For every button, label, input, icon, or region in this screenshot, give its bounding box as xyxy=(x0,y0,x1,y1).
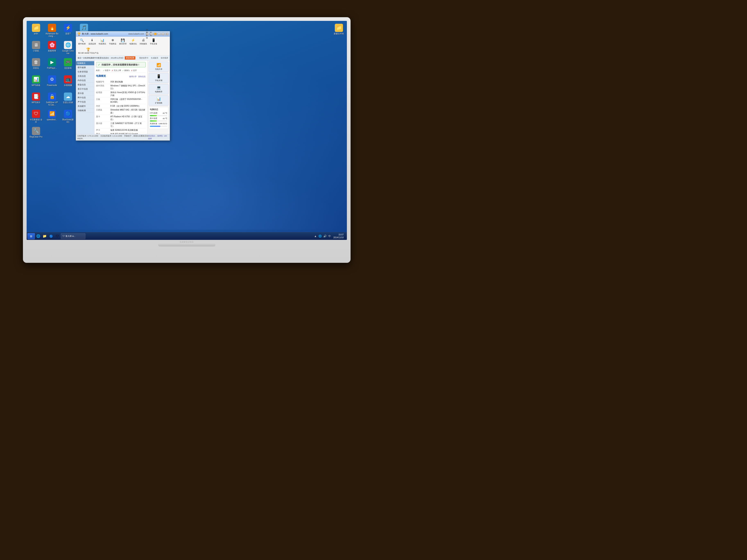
sidebar-item-display-info[interactable]: 显示器 xyxy=(76,91,94,96)
window-close[interactable]: ✕ xyxy=(165,32,169,35)
feedback-info[interactable]: 错误指出，描绑告: 180描绑 xyxy=(148,135,169,140)
mobile-toolbar-icon: 📱 xyxy=(151,38,156,43)
taskbar-task-lumaster[interactable]: 🛡 鲁大师 w... xyxy=(61,233,85,239)
desktop-icon-anlin[interactable]: 📁 anlin xyxy=(29,23,44,39)
window-title: 鲁大师 - www.ludashi.com xyxy=(82,32,128,35)
desktop-icon-regclean[interactable]: 🔧 RegClean Pro xyxy=(29,126,44,142)
taskbar-chrome-quick[interactable]: 🔵 xyxy=(48,233,54,239)
update-btn[interactable]: 更新检测 xyxy=(125,56,135,59)
window-forum[interactable]: 论坛 xyxy=(150,32,153,35)
app-window-lumaster: 🏆 鲁大师 - www.ludashi.com www.ludashi.com … xyxy=(76,31,170,141)
info-label: 处理器 xyxy=(96,91,110,97)
toolbar-btn-optim[interactable]: ⚡ 电脑优化 xyxy=(128,37,138,46)
monitor: 📁 anlin 🔥 Ashampoo Burning ... ⚡ 迅雷7 🎵 酷… xyxy=(23,17,351,263)
info-row-主硬盘: 主硬盘 Shinedisk M667 64G（60 GB / 固态硬盘） xyxy=(96,108,146,115)
sidebar-item-task-manager[interactable]: 任务管理器 xyxy=(76,70,94,74)
copy-link[interactable]: 复制信息 xyxy=(138,75,146,78)
sidebar-item-storage[interactable]: 硬盘信息 xyxy=(76,83,94,87)
desktop-icon-powersuite[interactable]: ⚙ Powersuite xyxy=(45,75,59,91)
qqgame-label: QQ游戏 xyxy=(64,67,72,70)
toolbar-btn-perf[interactable]: 📊 性能测试 xyxy=(98,37,107,46)
toolbar-btn-driver[interactable]: 💾 驱动管理 xyxy=(118,37,128,46)
right-panel-wifi[interactable]: 📶 无线共享 xyxy=(149,62,169,72)
desktop-icon-new-folder[interactable]: 📁 新建文件夹 xyxy=(333,23,345,36)
cool-temp-row: 显卡温度 40 ℃ xyxy=(150,117,167,120)
taskbar-lumaster-quick[interactable]: 🛡 xyxy=(54,233,60,239)
sidebar-item-hardware-health[interactable]: 硬件健康 xyxy=(76,65,94,70)
desktop-icon-xunlei[interactable]: ⚡ 迅雷7 xyxy=(60,23,75,39)
sidebar-item-sound[interactable]: 声卡信息 xyxy=(76,100,94,104)
pc-recommend-rp-label: 电脑推荐 xyxy=(155,90,162,93)
info-label: 主板 xyxy=(96,98,110,104)
desktop-icon-softether[interactable]: 🔒 SoftEther VPN Clie... xyxy=(45,92,59,108)
my-card[interactable]: 我的保养卡 xyxy=(139,57,149,59)
last-scan-text: 最后一次检测电脑硬件补配置信息是在：2014年11月9日 xyxy=(78,57,124,59)
desktop-icon-wps[interactable]: 📊 WPS表格 xyxy=(29,75,44,91)
taskbar-input[interactable]: 中 xyxy=(328,234,331,238)
window-help[interactable]: 问题反馈 xyxy=(146,32,149,35)
jisuanji-label: 计算机 xyxy=(33,50,39,52)
right-panel-expand[interactable]: 📊 扩展指数 xyxy=(149,96,169,106)
share-link[interactable]: 微博分享 xyxy=(129,75,136,78)
sidebar-item-network[interactable]: 网卡信息 xyxy=(76,96,94,100)
window-right-panel: 📶 无线共享 📱 手机评测 💻 电脑推荐 📊 扩展指数 电脑状态 CPU温度 4… xyxy=(147,60,170,134)
wps-label: WPS表格 xyxy=(32,84,41,86)
cool-temp-label: 显卡温度 xyxy=(150,117,157,120)
taskbar-arrow[interactable]: ▲ xyxy=(314,234,317,238)
filter-bluetooth: ✗ 蓝牙 xyxy=(131,69,137,72)
window-maximize[interactable]: □ xyxy=(161,32,165,35)
new-folder-icon: 📁 xyxy=(335,24,343,32)
toolbar-btn-hardware[interactable]: 🔍 硬件检测 xyxy=(77,37,86,46)
toolbar-btn-power[interactable]: ❄ 节能降温 xyxy=(108,37,117,46)
start-button[interactable]: ⊞ xyxy=(27,233,35,239)
window-minimize[interactable]: ─ xyxy=(157,32,161,35)
optim-toolbar-icon: ⚡ xyxy=(130,38,136,43)
desktop-icon-recycle[interactable]: 🗑 回收站 xyxy=(29,57,44,74)
task-icon: 🛡 xyxy=(63,235,65,237)
desktop-icon-qqgame[interactable]: 🎮 QQ游戏 xyxy=(60,57,75,74)
desktop-icon-jisuanji[interactable]: 🖥 计算机 xyxy=(29,40,44,56)
driver-toolbar-icon: 💾 xyxy=(120,38,126,43)
window-wifi-icon[interactable]: 📶 xyxy=(154,32,157,35)
desktop-icon-meitu[interactable]: 🌸 美图秀秀 xyxy=(45,40,59,56)
sidebar-item-system-info[interactable]: 主机信息 xyxy=(76,74,94,78)
right-panel-pc-recommend[interactable]: 💻 电脑推荐 xyxy=(149,84,169,95)
xunlei-label: 迅雷7 xyxy=(65,32,71,35)
wifi-rp-label: 无线共享 xyxy=(155,68,162,71)
right-panel-phone-eval[interactable]: 📱 手机评测 xyxy=(149,73,169,83)
taskbar-sound[interactable]: 🔊 xyxy=(323,234,327,238)
sidebar-item-func-test[interactable]: 功能检测 xyxy=(76,108,94,113)
clean-toolbar-icon: 🖨 xyxy=(140,38,146,43)
lumaster-logo-toolbar-label: 鲁大师 360联下安全产品 xyxy=(78,52,99,54)
desktop-icon-letv[interactable]: 📺 乐视视频 xyxy=(60,75,75,91)
save-screen[interactable]: 保存截屏 xyxy=(161,57,168,59)
regclean-label: RegClean Pro xyxy=(30,136,43,138)
taskbar-explorer[interactable]: 📁 xyxy=(42,233,48,239)
check-icon: ✓ xyxy=(98,63,100,66)
sidebar-item-mem-info[interactable]: 内存信息 xyxy=(76,78,94,83)
my-report[interactable]: 生成版页 xyxy=(151,57,158,59)
jisuanji-icon: 🖥 xyxy=(32,41,40,49)
qqgame-icon: 🎮 xyxy=(64,58,72,66)
toolbar-btn-temp[interactable]: 🌡 温度监测 xyxy=(87,37,97,46)
filter-net: ✗ 无法上网 xyxy=(111,69,121,72)
desktop-icon-wpspresent[interactable]: 📑 WPS演示 xyxy=(29,92,44,108)
filter-cam: ✓ 摄像头 xyxy=(122,69,130,72)
info-label: 操作系统 xyxy=(96,84,110,90)
toolbar-btn-lumaster-logo[interactable]: 🏆 鲁大师 360联下安全产品 xyxy=(77,47,100,55)
desktop-icon-chrome[interactable]: 🌐 Google Chrome xyxy=(60,40,75,56)
monitor-stand xyxy=(158,244,215,246)
sidebar-item-display[interactable]: 显示卡信息 xyxy=(76,87,94,91)
toolbar-btn-clean[interactable]: 🖨 到制服装 xyxy=(139,37,148,46)
taskbar-ie[interactable]: 🌐 xyxy=(35,233,41,239)
desktop-icon-baiduyun[interactable]: ☁ 百度云管家 xyxy=(60,92,75,108)
desktop-icon-bluetooth[interactable]: 🔵 BlueSolei(密 印) xyxy=(60,109,75,125)
cpu-temp-value: 40 ℃ xyxy=(162,112,167,114)
desktop-icon-speedtest[interactable]: 📶 speedtest... xyxy=(45,109,59,125)
desktop-icon-potplayer[interactable]: ▶ PotPlaye... xyxy=(45,57,59,74)
toolbar-btn-mobile[interactable]: 📱 手机设备 xyxy=(149,37,158,46)
sidebar-item-other-hw[interactable]: 其他硬件 xyxy=(76,104,94,108)
taskbar-network[interactable]: 🌐 xyxy=(318,234,322,238)
desktop-icon-kaspersky[interactable]: 🛡 卡巴斯基安 全件 xyxy=(29,109,44,125)
desktop-icon-ashampoo[interactable]: 🔥 Ashampoo Burning ... xyxy=(45,23,59,39)
